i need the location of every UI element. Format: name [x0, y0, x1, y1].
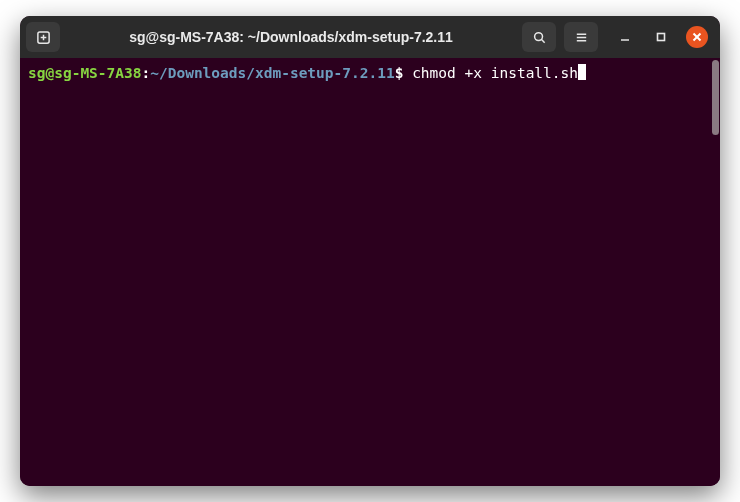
titlebar: sg@sg-MS-7A38: ~/Downloads/xdm-setup-7.2…	[20, 16, 720, 58]
search-button[interactable]	[522, 22, 556, 52]
prompt-path: ~/Downloads/xdm-setup-7.2.11	[150, 64, 394, 82]
cursor	[578, 64, 586, 80]
close-icon	[692, 32, 702, 42]
new-tab-icon	[36, 30, 51, 45]
terminal-window: sg@sg-MS-7A38: ~/Downloads/xdm-setup-7.2…	[20, 16, 720, 486]
minimize-icon	[619, 31, 631, 43]
maximize-icon	[655, 31, 667, 43]
window-title: sg@sg-MS-7A38: ~/Downloads/xdm-setup-7.2…	[68, 29, 514, 45]
terminal-body[interactable]: sg@sg-MS-7A38:~/Downloads/xdm-setup-7.2.…	[20, 58, 720, 486]
prompt-user-host: sg@sg-MS-7A38	[28, 64, 142, 82]
hamburger-menu-icon	[574, 30, 589, 45]
scrollbar-thumb[interactable]	[712, 60, 719, 135]
prompt-line: sg@sg-MS-7A38:~/Downloads/xdm-setup-7.2.…	[28, 64, 712, 82]
prompt-symbol: $	[395, 64, 412, 82]
close-button[interactable]	[686, 26, 708, 48]
minimize-button[interactable]	[614, 26, 636, 48]
window-controls	[614, 26, 708, 48]
search-icon	[532, 30, 547, 45]
svg-line-4	[541, 39, 544, 42]
menu-button[interactable]	[564, 22, 598, 52]
maximize-button[interactable]	[650, 26, 672, 48]
prompt-colon: :	[142, 64, 151, 82]
command-text: chmod +x install.sh	[412, 64, 578, 82]
svg-point-3	[534, 32, 542, 40]
svg-rect-9	[658, 34, 665, 41]
new-tab-button[interactable]	[26, 22, 60, 52]
